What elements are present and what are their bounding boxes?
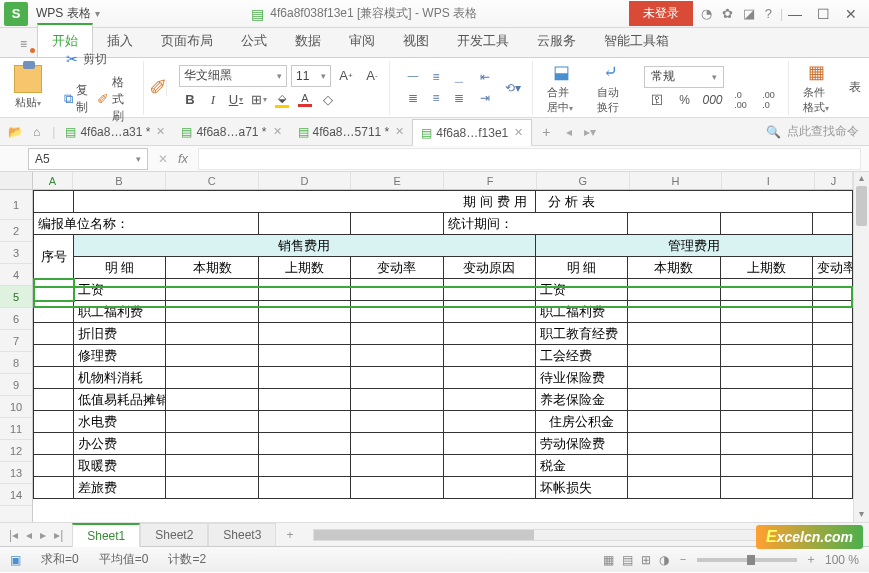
row-header[interactable]: 13 bbox=[0, 462, 32, 484]
clear-format-button[interactable]: ◇ bbox=[317, 89, 339, 111]
select-all-corner[interactable] bbox=[0, 172, 32, 190]
view-normal-button[interactable]: ▦ bbox=[603, 553, 614, 567]
scroll-up-button[interactable]: ▴ bbox=[854, 172, 869, 186]
row-header[interactable]: 3 bbox=[0, 242, 32, 264]
doc-tab-4[interactable]: ▤4f6a8…f13e1✕ bbox=[412, 119, 532, 146]
fill-color-button[interactable]: ⬙ bbox=[271, 89, 293, 111]
number-format-select[interactable]: 常规▾ bbox=[644, 66, 724, 88]
tab-formula[interactable]: 公式 bbox=[227, 25, 281, 57]
sheet-nav-last[interactable]: ▸| bbox=[51, 528, 66, 542]
sheet-tab-1[interactable]: Sheet1 bbox=[72, 523, 140, 547]
file-menu-button[interactable]: ≡ bbox=[10, 31, 37, 57]
row-header[interactable]: 2 bbox=[0, 220, 32, 242]
row-header[interactable]: 4 bbox=[0, 264, 32, 286]
add-doc-button[interactable]: + bbox=[532, 124, 560, 140]
col-header[interactable]: I bbox=[722, 172, 815, 189]
zoom-value[interactable]: 100 % bbox=[825, 553, 859, 567]
tab-smarttools[interactable]: 智能工具箱 bbox=[590, 25, 683, 57]
sheet-tab-2[interactable]: Sheet2 bbox=[140, 523, 208, 546]
skin-icon[interactable]: ◪ bbox=[743, 6, 755, 21]
cell-A5[interactable] bbox=[34, 279, 74, 301]
wrap-text-button[interactable]: ⤶ 自动换行 bbox=[589, 61, 631, 115]
fn-cancel-icon[interactable]: ✕ bbox=[158, 152, 168, 166]
comma-button[interactable]: 000 bbox=[700, 90, 726, 110]
minimize-button[interactable]: — bbox=[783, 6, 807, 22]
close-button[interactable]: ✕ bbox=[839, 6, 863, 22]
align-bot-button[interactable]: ＿ bbox=[448, 67, 470, 87]
login-button[interactable]: 未登录 bbox=[629, 1, 693, 26]
col-header[interactable]: E bbox=[351, 172, 444, 189]
col-header[interactable]: J bbox=[815, 172, 853, 189]
font-size-select[interactable]: 11▾ bbox=[291, 65, 331, 87]
underline-button[interactable]: U▾ bbox=[225, 89, 247, 111]
maximize-button[interactable]: ☐ bbox=[811, 6, 835, 22]
percent-button[interactable]: % bbox=[672, 90, 698, 110]
italic-button[interactable]: I bbox=[202, 89, 224, 111]
col-header[interactable]: A bbox=[33, 172, 73, 189]
view-page-button[interactable]: ▤ bbox=[622, 553, 633, 567]
doc-tab-1[interactable]: ▤4f6a8…a31 *✕ bbox=[57, 118, 173, 145]
doc-tab-3[interactable]: ▤4f6a8…5711 *✕ bbox=[290, 118, 413, 145]
format-painter-big-icon[interactable]: ✐ bbox=[150, 80, 167, 96]
formula-input[interactable] bbox=[198, 148, 861, 170]
row-header[interactable]: 8 bbox=[0, 352, 32, 374]
close-icon[interactable]: ✕ bbox=[156, 125, 165, 138]
sheet-nav-prev[interactable]: ◂ bbox=[23, 528, 35, 542]
zoom-out-button[interactable]: － bbox=[677, 551, 689, 568]
col-header[interactable]: F bbox=[444, 172, 537, 189]
bold-button[interactable]: B bbox=[179, 89, 201, 111]
font-color-button[interactable]: A bbox=[294, 89, 316, 111]
search-icon[interactable]: 🔍 bbox=[766, 125, 781, 139]
orientation-button[interactable]: ⟲▾ bbox=[500, 78, 526, 98]
tab-cloud[interactable]: 云服务 bbox=[523, 25, 590, 57]
gear-icon[interactable]: ✿ bbox=[722, 6, 733, 21]
close-icon[interactable]: ✕ bbox=[395, 125, 404, 138]
fx-button[interactable]: fx bbox=[178, 151, 188, 166]
tab-pagelayout[interactable]: 页面布局 bbox=[147, 25, 227, 57]
folder-icon[interactable]: 📂 bbox=[8, 125, 23, 139]
merge-center-button[interactable]: ⬓ 合并居中▾ bbox=[539, 61, 583, 115]
font-name-select[interactable]: 华文细黑▾ bbox=[179, 65, 287, 87]
row-header[interactable]: 6 bbox=[0, 308, 32, 330]
hscroll-thumb[interactable] bbox=[314, 530, 534, 540]
row-header[interactable]: 11 bbox=[0, 418, 32, 440]
tab-data[interactable]: 数据 bbox=[281, 25, 335, 57]
cond-format-button[interactable]: ▦ 条件格式▾ bbox=[795, 61, 839, 115]
font-shrink-button[interactable]: A- bbox=[361, 65, 383, 87]
row-header[interactable]: 7 bbox=[0, 330, 32, 352]
grid-main[interactable]: A B C D E F G H I J 期间费用分析表 编报单位名称：统计期间：… bbox=[33, 172, 853, 522]
align-top-button[interactable]: ⼀ bbox=[402, 67, 424, 87]
close-icon[interactable]: ✕ bbox=[273, 125, 282, 138]
row-header[interactable]: 12 bbox=[0, 440, 32, 462]
paste-button[interactable]: 粘贴▾ bbox=[8, 65, 48, 110]
tab-view[interactable]: 视图 bbox=[389, 25, 443, 57]
row-header[interactable]: 10 bbox=[0, 396, 32, 418]
zoom-in-button[interactable]: ＋ bbox=[805, 551, 817, 568]
vertical-scrollbar[interactable]: ▴ ▾ bbox=[853, 172, 869, 522]
scroll-thumb[interactable] bbox=[856, 186, 867, 226]
col-header[interactable]: D bbox=[259, 172, 352, 189]
doc-nav-next[interactable]: ▸▾ bbox=[578, 125, 602, 139]
cut-button[interactable]: ✂剪切 bbox=[60, 49, 137, 70]
col-header[interactable]: B bbox=[73, 172, 166, 189]
close-icon[interactable]: ✕ bbox=[514, 126, 523, 139]
sheet-tab-3[interactable]: Sheet3 bbox=[208, 523, 276, 546]
border-button[interactable]: ⊞▾ bbox=[248, 89, 270, 111]
col-header[interactable]: H bbox=[630, 172, 723, 189]
indent-inc-button[interactable]: ⇥ bbox=[474, 88, 496, 108]
align-mid-button[interactable]: ≡ bbox=[425, 67, 447, 87]
row-header[interactable]: 1 bbox=[0, 190, 32, 220]
sheet-nav-first[interactable]: |◂ bbox=[6, 528, 21, 542]
col-header[interactable]: C bbox=[166, 172, 259, 189]
align-left-button[interactable]: ≣ bbox=[402, 88, 424, 108]
row-header[interactable]: 14 bbox=[0, 484, 32, 506]
font-grow-button[interactable]: A+ bbox=[335, 65, 357, 87]
tab-devtools[interactable]: 开发工具 bbox=[443, 25, 523, 57]
row-header[interactable]: 9 bbox=[0, 374, 32, 396]
cloud-icon[interactable]: ◔ bbox=[701, 6, 712, 21]
row-header[interactable]: 5 bbox=[0, 286, 32, 308]
add-sheet-button[interactable]: + bbox=[276, 528, 303, 542]
doc-tab-2[interactable]: ▤4f6a8…a71 *✕ bbox=[173, 118, 289, 145]
currency-button[interactable]: ⚿ bbox=[644, 90, 670, 110]
dec-dec-button[interactable]: .00.0 bbox=[756, 90, 782, 110]
